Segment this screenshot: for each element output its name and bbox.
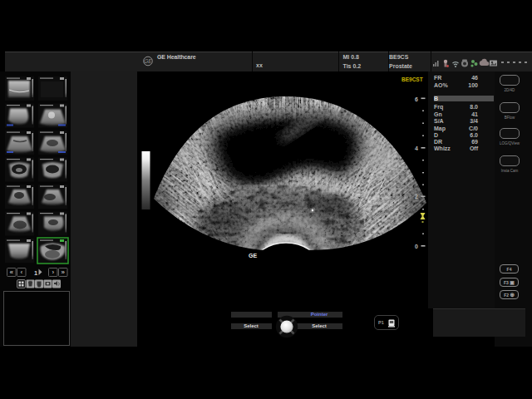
svg-text:6: 6 bbox=[415, 96, 418, 102]
svg-text:2: 2 bbox=[415, 194, 418, 200]
svg-text:4: 4 bbox=[415, 145, 418, 151]
svg-text:GE: GE bbox=[249, 253, 257, 259]
svg-text:0: 0 bbox=[415, 244, 418, 249]
svg-text:BE9CST: BE9CST bbox=[401, 76, 423, 82]
